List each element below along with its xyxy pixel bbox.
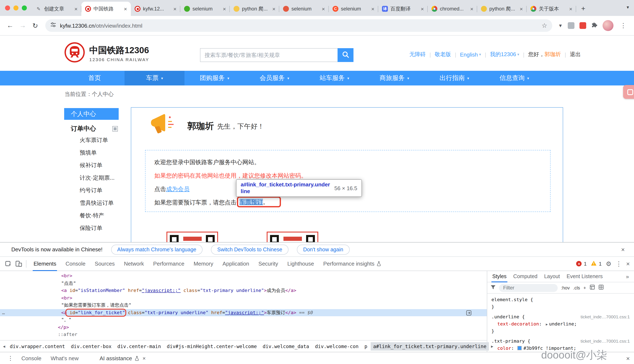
address-bar[interactable]: kyfw.12306.cn/otn/view/index.html ☆ [45,19,552,32]
dom-crumb[interactable]: a#link_for_ticket.txt-primary.underline [371,342,489,350]
devtools-code-line[interactable]: </div> [0,338,487,340]
inspect-element-icon[interactable] [3,259,14,269]
sidebar-item[interactable]: 计次·定期票... [64,172,119,184]
nav-item-首页[interactable]: 首页 [65,71,125,86]
drawer-tab-what-s-new[interactable]: What's new [46,352,83,364]
css-source-link[interactable]: ticket_inde…70001.css:1 [580,338,631,345]
collapse-icon[interactable] [112,126,118,132]
nav-item-车票[interactable]: 车票▾ [125,71,184,86]
tab-search-chevron-icon[interactable]: ▾ [627,4,629,10]
devtools-code-line[interactable]: "点击" [0,280,487,287]
browser-menu-icon[interactable]: ⋮ [618,22,628,29]
devtools-notice-button[interactable]: Don't show again [297,244,350,254]
browser-tab[interactable]: python 爬...× [477,2,527,16]
devtools-code-line[interactable]: <br> [0,272,487,280]
element-classes-button[interactable]: .cls [573,285,580,290]
toggle-element-state-button[interactable]: :hov [561,285,570,290]
sidebar-item[interactable]: 雪具快运订单 [64,197,119,210]
sidebar-section-order-center[interactable]: 订单中心 [64,123,119,134]
tab-close-icon[interactable]: × [371,6,375,12]
zoom-window-button[interactable] [22,6,27,10]
header-link[interactable]: 无障碍 [409,51,426,58]
back-button[interactable]: ← [4,20,16,32]
devtools-code-line[interactable]: <br> [0,294,487,302]
browser-tab[interactable]: kyfw.12...× [131,2,180,16]
computed-styles-icon[interactable] [589,284,595,292]
devtools-code-line[interactable]: "如果您需要预订车票，请您点击" [0,302,487,309]
styles-tab-styles[interactable]: Styles [489,271,510,282]
styles-tab-layout[interactable]: Layout [541,271,563,282]
tab-close-icon[interactable]: × [124,6,127,12]
forward-button[interactable]: → [17,20,29,32]
minimize-window-button[interactable] [14,6,19,10]
sidebar-item[interactable]: 约号订单 [64,184,119,197]
dom-crumb[interactable]: p [362,342,370,350]
dom-crumb[interactable]: div.center-main [115,342,164,350]
drawer-tab-console[interactable]: Console [17,352,46,364]
header-link[interactable]: 敬老版 [435,51,451,58]
css-rule-selector[interactable]: .txt-primary {ticket_inde…70001.css:1 [491,338,631,345]
header-link[interactable]: 我的12306▾ [490,51,519,58]
drawer-close-icon[interactable]: × [626,354,630,362]
devtools-tab-security[interactable]: Security [254,256,283,271]
profile-avatar[interactable] [602,20,613,31]
devtools-code-line[interactable]: <a id="isStationMember" href="javascript… [0,287,487,294]
header-link[interactable]: English▾ [460,51,481,58]
sidebar-item[interactable]: 火车票订单 [64,134,119,146]
drawer-menu-icon[interactable]: ⋮ [4,355,17,362]
tab-close-icon[interactable]: × [421,6,424,12]
tab-close-icon[interactable]: × [272,6,275,12]
notice-close-icon[interactable]: × [621,246,627,253]
sidebar-item[interactable]: 候补订单 [64,159,119,172]
expand-shorthand-icon[interactable]: ▶ [546,322,548,326]
devtools-tab-memory[interactable]: Memory [189,256,218,271]
devtools-code-line[interactable]: ::after [0,331,487,338]
layout-grid-icon[interactable] [598,284,603,292]
devtools-tab-network[interactable]: Network [119,256,148,271]
devtools-tab-performance[interactable]: Performance [149,256,189,271]
tab-close-icon[interactable]: × [223,6,226,12]
devtools-code-line[interactable]: …<a id="link_for_ticket" class="txt-prim… [0,309,487,316]
site-logo[interactable]: 中国铁路12306 12306 CHINA RAILWAY [64,42,149,64]
color-swatch[interactable] [518,346,522,350]
sidebar-item[interactable]: 预填单 [64,146,119,159]
dom-crumb[interactable]: div.wrapper.content [7,342,68,350]
styles-tab-event-listeners[interactable]: Event Listeners [563,271,606,282]
css-source-link[interactable]: ticket_inde…70001.css:1 [580,313,631,320]
browser-tab[interactable]: chromed...× [428,2,477,16]
more-tabs-icon[interactable]: » [626,273,632,280]
crumbs-scroll-left-icon[interactable]: ◀ [2,344,7,348]
browser-tab[interactable]: Cselenium× [329,2,378,16]
tab-close-icon[interactable]: × [173,6,177,12]
devtools-code-line[interactable]: "。" [0,316,487,324]
extension-red-icon[interactable] [579,22,586,29]
nav-item-团购服务[interactable]: 团购服务▾ [184,71,244,86]
nav-item-站车服务[interactable]: 站车服务▾ [304,71,364,86]
extensions-puzzle-icon[interactable] [591,22,597,30]
device-toolbar-icon[interactable] [14,259,24,269]
floating-service-widget[interactable] [623,85,634,99]
search-input[interactable] [200,48,338,62]
devtools-close-icon[interactable]: × [626,260,630,267]
site-settings-icon[interactable] [50,22,56,29]
devtools-menu-icon[interactable]: ⋮ [615,260,622,268]
tab-close-icon[interactable]: × [322,6,325,12]
sidebar-item[interactable]: 保险订单 [64,222,119,234]
reload-button[interactable]: ↻ [29,20,41,32]
extension-triangle-icon[interactable]: ▼ [558,23,563,28]
css-rule-selector[interactable]: element.style { [491,296,631,303]
devtools-tab-application[interactable]: Application [218,256,254,271]
nav-item-出行指南[interactable]: 出行指南▾ [424,71,484,86]
dom-crumb[interactable]: div.welcome_data [260,342,312,350]
nav-item-信息查询[interactable]: 信息查询▾ [484,71,544,86]
warning-icon[interactable] [591,260,597,268]
devtools-tab-lighthouse[interactable]: Lighthouse [283,256,319,271]
logout-link[interactable]: 退出 [570,51,581,58]
browser-tab[interactable]: ✎创建文章× [32,2,81,16]
nav-item-商旅服务[interactable]: 商旅服务▾ [364,71,424,86]
username[interactable]: 郭珈圻 [544,51,561,58]
error-badge-icon[interactable]: × [576,261,582,266]
become-member-link[interactable]: 成为会员 [166,186,190,192]
devtools-tab-console[interactable]: Console [61,256,90,271]
devtools-notice-button[interactable]: Switch DevTools to Chinese [211,244,288,254]
